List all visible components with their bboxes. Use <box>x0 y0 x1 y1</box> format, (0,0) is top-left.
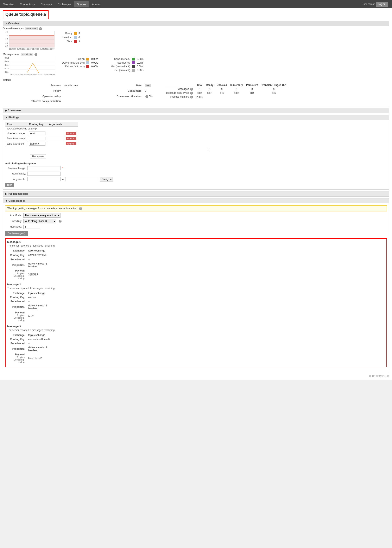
messages-container: Message 1 The server reported 2 messages… <box>5 238 387 367</box>
rates-chart: 21:05:00 21:05:10 21:05:20 21:05:30 21:0… <box>10 57 55 76</box>
user-label: User <box>362 3 368 6</box>
binding-row-1: fanout-exchange Unbind <box>5 136 78 141</box>
routing-key-input-1[interactable] <box>29 137 45 140</box>
footer: CSDN ©进阶的小名 <box>3 373 389 378</box>
deliver-manual-label: Deliver (manual ack) <box>60 61 85 64</box>
total-color <box>74 40 77 43</box>
redelivered-color <box>132 61 135 64</box>
page-title: Queue topic.queue.a <box>5 12 46 17</box>
nav-channels[interactable]: Channels <box>38 1 55 7</box>
from-exchange-row: From exchange: * <box>5 166 387 170</box>
process-memory-help-icon[interactable]: ? <box>190 96 193 98</box>
arguments-type-select[interactable]: String <box>100 177 113 181</box>
svg-rect-5 <box>9 35 55 48</box>
nav-connections[interactable]: Connections <box>17 1 38 7</box>
message-2-table: Exchange topic-exchange Routing Key eamo… <box>7 291 49 322</box>
bindings-title: Bindings <box>8 116 19 119</box>
rates-y-labels: 0.8/s 0.6/s 0.4/s 0.2/s 0.0/s <box>3 57 10 73</box>
nav-overview[interactable]: Overview <box>0 1 17 7</box>
consumers-header[interactable]: ▶ Consumers <box>3 108 389 113</box>
arguments-key-input[interactable] <box>28 177 61 181</box>
consumer-util-help[interactable]: ? <box>145 95 148 98</box>
total-value: 3 <box>78 40 80 43</box>
publish-value: 0.00/s <box>91 58 104 61</box>
overview-label: Overview <box>8 22 19 25</box>
total-label: Total <box>60 40 72 43</box>
add-binding-title: Add binding to this queue <box>5 162 387 165</box>
unbind-button-2[interactable]: Unbind <box>66 142 76 145</box>
encoding-row: Encoding: Auto string / base64 ? <box>5 219 387 223</box>
messages-count-row: Messages: <box>5 225 387 229</box>
nav-queues[interactable]: Queues <box>74 1 89 7</box>
rates-label: Message rates <box>3 53 19 56</box>
publish-color <box>86 58 89 61</box>
get-auto-color <box>132 69 135 72</box>
publish-title: Publish message <box>8 193 28 195</box>
routing-key-input[interactable] <box>28 172 61 176</box>
consumers-title: Consumers <box>8 109 21 112</box>
warning-box: Warning: getting messages from a queue i… <box>5 205 387 211</box>
bindings-section: ▼ Bindings From Routing key Arguments (D… <box>3 115 389 190</box>
arguments-label: Arguments: <box>5 178 26 181</box>
payload-label-2: Payload <box>9 311 25 314</box>
routing-key-input-0[interactable] <box>29 132 45 135</box>
ready-stat: Ready 3 <box>60 32 80 35</box>
unbind-button-1[interactable]: Unbind <box>66 137 76 140</box>
arguments-equals: = <box>62 178 64 181</box>
encoding-help-icon[interactable]: ? <box>59 220 62 222</box>
binding-default-row: (Default exchange binding) <box>5 127 78 131</box>
binding-row-0: direct-exchange Unbind <box>5 131 78 136</box>
ready-color <box>74 32 77 35</box>
ack-mode-select[interactable]: Nack message requeue true <box>23 213 61 218</box>
payload-size-2: 5 bytes <box>9 314 25 317</box>
queued-stats: Ready 3 Unacked 0 Total 3 <box>60 32 80 43</box>
get-messages-title: Get messages <box>8 200 25 202</box>
logout-button[interactable]: Log out <box>376 2 388 7</box>
msg-bytes-help-icon[interactable]: ? <box>190 92 193 95</box>
publish-label: Publish <box>60 58 85 61</box>
queued-help-icon[interactable]: ? <box>39 27 42 30</box>
deliver-auto-label: Deliver (auto ack) <box>60 65 85 68</box>
overview-arrow: ▼ <box>5 22 7 25</box>
encoding-select[interactable]: Auto string / base64 <box>23 219 56 223</box>
get-manual-value: 0.00/s <box>137 65 149 68</box>
features-value: durable: true <box>62 83 93 88</box>
from-exchange-input[interactable] <box>28 166 61 170</box>
arguments-value-input[interactable] <box>65 177 98 181</box>
messages-stats-table: Total Ready Unacked In memory Persistent… <box>165 83 288 99</box>
message-2-title: Message 2 <box>7 283 385 286</box>
consumers-value: 0 <box>143 88 163 94</box>
nav-exchanges[interactable]: Exchanges <box>55 1 74 7</box>
get-messages-section: ▼ Get messages Warning: getting messages… <box>3 198 389 369</box>
consumers-label: Consumers <box>93 88 143 94</box>
warning-help-icon[interactable]: ? <box>79 207 82 210</box>
message-3: Message 3 The server reported 0 messages… <box>7 325 385 364</box>
get-manual-label: Get (manual ack) <box>105 65 130 68</box>
routing-key-input-2[interactable] <box>29 142 45 146</box>
message-3-table: Exchange topic-exchange Routing Key eamo… <box>7 333 52 364</box>
publish-header[interactable]: ▶ Publish message <box>3 191 389 196</box>
get-auto-label: Get (auto ack) <box>105 69 130 72</box>
messages-help-icon[interactable]: ? <box>190 88 193 91</box>
down-arrow: ⇓ <box>30 148 387 152</box>
get-messages-button[interactable]: Get Message(s) <box>5 231 28 236</box>
consumer-util-label: Consumer utilisation <box>93 94 143 99</box>
bindings-arrow: ▼ <box>5 116 8 119</box>
overview-header[interactable]: ▼ Overview <box>3 21 389 26</box>
details-table: Features durable: true State idle Total … <box>3 83 389 103</box>
messages-count-input[interactable] <box>23 225 40 229</box>
unbind-button-0[interactable]: Unbind <box>66 132 76 135</box>
queued-messages-section: Queued messages last minute ? 4.0 3.0 2.… <box>3 27 389 50</box>
routing-key-label: Routing key: <box>5 172 26 175</box>
nav-admin[interactable]: Admin <box>89 1 102 7</box>
bind-button[interactable]: Bind <box>5 183 14 187</box>
rates-help-icon[interactable]: ? <box>35 53 37 56</box>
queued-chart-wrapper: 4.0 3.0 2.0 1.0 0.0 <box>3 31 55 50</box>
from-required: * <box>62 167 63 170</box>
warning-text: Warning: getting messages from a queue i… <box>7 207 78 210</box>
bindings-header[interactable]: ▼ Bindings <box>3 115 389 120</box>
get-messages-header[interactable]: ▼ Get messages <box>3 198 389 203</box>
ready-value: 3 <box>78 32 80 35</box>
queued-messages-header: Queued messages last minute ? <box>3 27 389 30</box>
details-title: Details <box>3 79 389 82</box>
